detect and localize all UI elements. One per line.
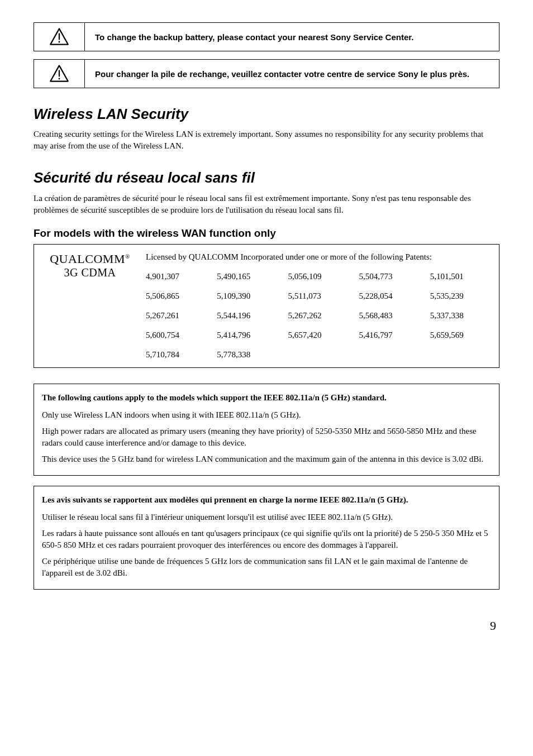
patent-number: 5,228,054 [359,290,419,302]
patent-number: 5,490,165 [217,271,277,283]
patent-number: 4,901,307 [146,271,206,283]
patent-number: 5,337,338 [430,310,490,322]
caution-p1-en: Only use Wireless LAN indoors when using… [42,409,491,421]
patent-number: 5,506,865 [146,290,206,302]
patent-number: 5,659,569 [430,329,490,341]
patent-number: 5,101,501 [430,271,490,283]
patent-number: 5,414,796 [217,329,277,341]
patent-number: 5,109,390 [217,290,277,302]
caution-p2-en: High power radars are allocated as prima… [42,425,491,449]
warning-icon-cell [34,23,85,51]
patent-grid: 4,901,307 5,490,165 5,056,109 5,504,773 … [146,271,490,361]
warning-icon-cell [34,60,85,88]
svg-point-2 [59,41,60,43]
caution-box-fr: Les avis suivants se rapportent aux modè… [34,486,499,590]
warning-box-en: To change the backup battery, please con… [34,22,499,51]
patent-number: 5,657,420 [288,329,348,341]
warning-triangle-icon [49,64,69,84]
caution-p2-fr: Les radars à haute puissance sont alloué… [42,528,491,551]
patent-number: 5,416,797 [359,329,419,341]
caution-lead-fr: Les avis suivants se rapportent aux modè… [42,494,491,506]
svg-point-5 [59,78,60,80]
page-number: 9 [34,618,499,635]
patent-intro: Licensed by QUALCOMM Incorporated under … [146,251,490,263]
patent-number: 5,504,773 [359,271,419,283]
patent-number: 5,568,483 [359,310,419,322]
caution-lead-en: The following cautions apply to the mode… [42,392,491,404]
caution-p3-en: This device uses the 5 GHz band for wire… [42,453,491,465]
body-wlan-security-en: Creating security settings for the Wirel… [34,128,499,152]
qualcomm-logo: QUALCOMM® 3G CDMA [34,251,146,361]
patent-number: 5,544,196 [217,310,277,322]
patent-number: 5,267,261 [146,310,206,322]
patent-number: 5,267,262 [288,310,348,322]
warning-text-en: To change the backup battery, please con… [85,26,499,49]
qualcomm-logo-bottom: 3G CDMA [34,266,146,279]
subheading-wwan: For models with the wireless WAN functio… [34,226,499,241]
patent-box: QUALCOMM® 3G CDMA Licensed by QUALCOMM I… [34,244,499,368]
patent-number: 5,056,109 [288,271,348,283]
patent-number: 5,511,073 [288,290,348,302]
qualcomm-name: QUALCOMM [50,252,125,266]
warning-triangle-icon [49,27,69,47]
qualcomm-logo-top: QUALCOMM® [34,252,146,266]
patent-number: 5,535,239 [430,290,490,302]
heading-wlan-security-en: Wireless LAN Security [34,104,499,124]
caution-p3-fr: Ce périphérique utilise une bande de fré… [42,556,491,579]
heading-wlan-security-fr: Sécurité du réseau local sans fil [34,168,499,188]
patent-number: 5,778,338 [217,349,277,361]
qualcomm-reg-mark: ® [125,253,130,260]
patent-number: 5,710,784 [146,349,206,361]
caution-p1-fr: Utiliser le réseau local sans fil à l'in… [42,511,491,523]
patent-content: Licensed by QUALCOMM Incorporated under … [146,251,490,361]
body-wlan-security-fr: La création de paramètres de sécurité po… [34,193,499,216]
patent-number: 5,600,754 [146,329,206,341]
caution-box-en: The following cautions apply to the mode… [34,384,499,476]
warning-text-fr: Pour changer la pile de rechange, veuill… [85,63,499,85]
warning-box-fr: Pour changer la pile de rechange, veuill… [34,59,499,88]
